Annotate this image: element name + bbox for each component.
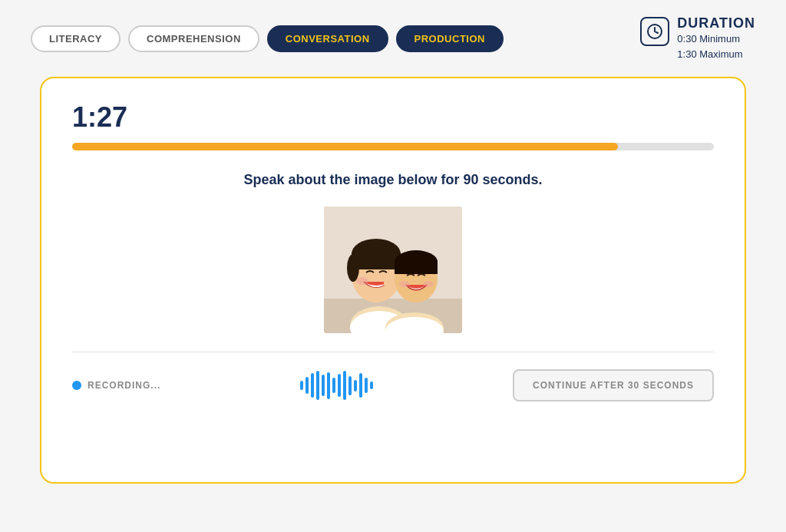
waveform-bar <box>316 371 319 400</box>
duration-box: DURATION 0:30 Minimum 1:30 Maximum <box>640 15 755 61</box>
svg-point-17 <box>399 281 410 287</box>
waveform-bar <box>332 378 335 393</box>
divider <box>72 352 714 352</box>
recording-label: RECORDING... <box>88 380 160 391</box>
waveform-bar <box>305 377 309 394</box>
svg-point-11 <box>356 277 368 285</box>
waveform <box>300 370 373 401</box>
waveform-bar <box>354 380 357 392</box>
duration-text: DURATION 0:30 Minimum 1:30 Maximum <box>677 15 755 61</box>
duration-title: DURATION <box>677 15 755 31</box>
duration-max: 1:30 Maximum <box>677 47 755 62</box>
waveform-bar <box>365 378 368 393</box>
timer-display: 1:27 <box>72 101 714 134</box>
waveform-bar <box>359 373 362 398</box>
continue-button[interactable]: CONTINUE AFTER 30 SECONDS <box>513 369 714 401</box>
recording-dot <box>72 381 81 390</box>
svg-point-10 <box>347 254 359 282</box>
children-image-container <box>324 207 462 333</box>
waveform-bar <box>300 381 303 390</box>
tab-literacy[interactable]: LITERACY <box>31 25 121 52</box>
main-card: 1:27 Speak about the image below for 90 … <box>40 77 746 484</box>
tab-group: LITERACY COMPREHENSION CONVERSATION PROD… <box>31 25 504 52</box>
bottom-controls: RECORDING... CONTINUE AFTER 30 SECONDS <box>72 369 714 401</box>
waveform-bar <box>327 372 330 399</box>
waveform-bar <box>322 375 325 396</box>
svg-point-18 <box>423 281 434 287</box>
clock-icon <box>640 17 669 46</box>
waveform-bar <box>370 382 373 389</box>
progress-bar-fill <box>72 143 618 150</box>
svg-rect-16 <box>395 260 438 274</box>
waveform-bar <box>348 376 352 395</box>
page-wrapper: LITERACY COMPREHENSION CONVERSATION PROD… <box>0 0 786 532</box>
tab-comprehension[interactable]: COMPREHENSION <box>128 25 259 52</box>
waveform-bar <box>343 371 346 400</box>
waveform-bar <box>338 374 341 397</box>
recording-indicator: RECORDING... <box>72 380 160 391</box>
instruction-text: Speak about the image below for 90 secon… <box>72 172 714 188</box>
top-bar: LITERACY COMPREHENSION CONVERSATION PROD… <box>31 15 755 61</box>
waveform-bar <box>311 373 314 398</box>
tab-conversation[interactable]: CONVERSATION <box>267 25 388 52</box>
duration-min: 0:30 Minimum <box>677 31 755 47</box>
children-svg <box>324 207 462 333</box>
tab-production[interactable]: PRODUCTION <box>396 25 504 52</box>
progress-bar-wrapper <box>72 143 714 150</box>
